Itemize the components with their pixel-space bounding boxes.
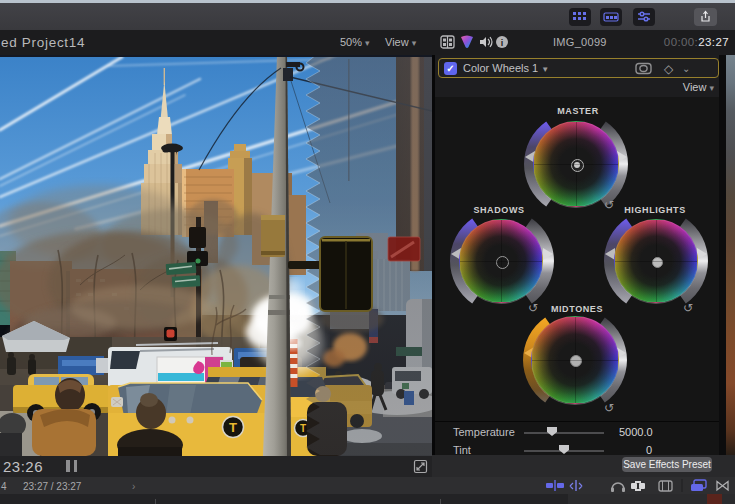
svg-text:T: T — [300, 423, 306, 434]
svg-text:T: T — [229, 420, 237, 435]
svg-text:i: i — [501, 38, 504, 48]
